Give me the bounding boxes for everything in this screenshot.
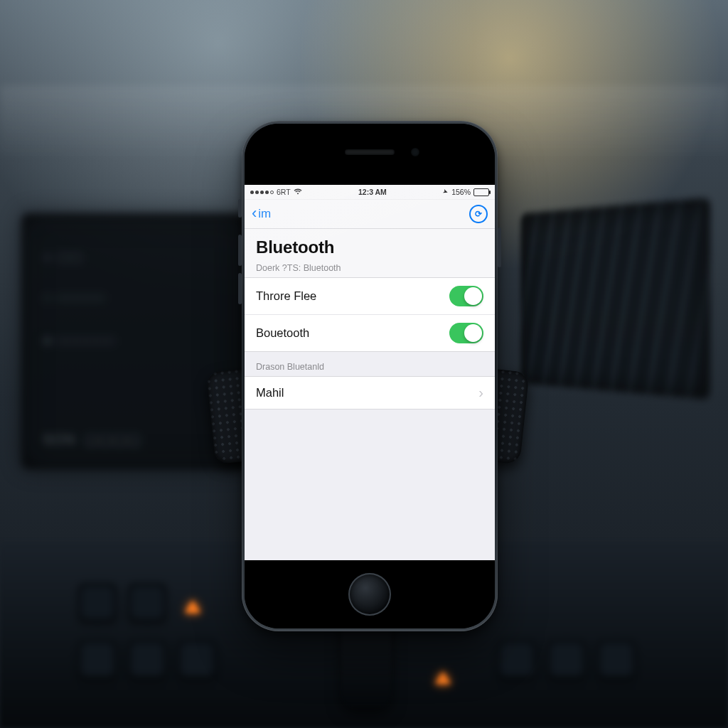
toggle-label: Throre Flee <box>256 289 449 303</box>
devices-group: Mahil› <box>245 376 495 410</box>
mute-switch <box>238 199 242 218</box>
toggle-switch[interactable] <box>449 286 483 306</box>
back-button[interactable]: ‹ im <box>252 207 271 221</box>
back-button-label: im <box>258 207 271 221</box>
iphone-device: 6RT 12:3 AM ➤ 156% ‹ <box>242 121 498 631</box>
toggle-label: Bouetooth <box>256 326 449 340</box>
location-services-icon: ➤ <box>442 188 450 196</box>
devices-section-header: Drason Bluetanld <box>245 352 495 376</box>
chevron-right-icon: › <box>478 385 483 401</box>
status-bar-clock: 12:3 AM <box>358 188 387 196</box>
carrier-label: 6RT <box>277 188 291 196</box>
toggles-group: Throre FleeBouetooth <box>245 277 495 352</box>
toggle-row: Throre Flee <box>245 278 495 314</box>
toggle-row: Bouetooth <box>245 314 495 351</box>
status-bar: 6RT 12:3 AM ➤ 156% <box>245 185 495 200</box>
navigation-bar: ‹ im ⟳ <box>245 200 495 229</box>
refresh-icon: ⟳ <box>475 209 482 219</box>
air-vent <box>520 197 710 400</box>
toggle-switch[interactable] <box>449 323 483 343</box>
cellular-signal-icon <box>250 191 274 194</box>
phone-bezel-top <box>245 124 495 185</box>
phone-bezel-bottom <box>245 560 495 628</box>
refresh-button[interactable]: ⟳ <box>469 205 488 223</box>
power-button <box>498 228 501 267</box>
page-subtitle: Doerk ?TS: Bluetooth <box>256 263 483 273</box>
volume-down-button <box>238 273 242 304</box>
title-area: Bluetooth Doerk ?TS: Bluetooth <box>245 229 495 277</box>
battery-percentage: 156% <box>451 188 471 196</box>
device-row[interactable]: Mahil› <box>245 377 495 409</box>
volume-up-button <box>238 235 242 266</box>
wifi-icon <box>294 188 302 196</box>
front-camera <box>411 148 419 156</box>
battery-icon <box>473 188 489 196</box>
car-interior-background: ◇ ▢▢ ▢ ▢▢▢▢▢ ▥ ▢▢▢▢▢▢ SON ▢▢▢▢ <box>0 0 728 728</box>
earpiece-speaker <box>345 149 395 155</box>
home-button[interactable] <box>348 573 391 616</box>
phone-screen: 6RT 12:3 AM ➤ 156% ‹ <box>245 185 495 560</box>
page-title: Bluetooth <box>256 237 483 257</box>
empty-area <box>245 410 495 560</box>
device-label: Mahil <box>256 386 478 400</box>
